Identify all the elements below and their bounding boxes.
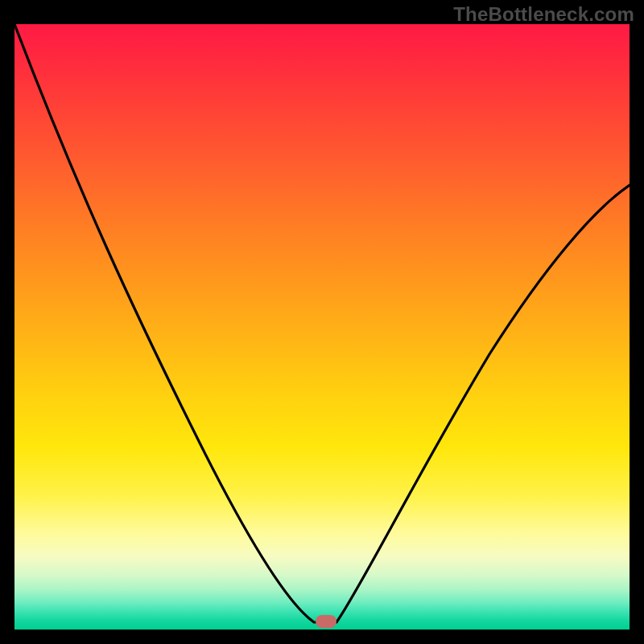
plot-area (14, 24, 630, 630)
curve-path (14, 24, 630, 622)
bottleneck-curve (14, 24, 630, 630)
optimal-marker (316, 615, 336, 628)
chart-frame: TheBottleneck.com (0, 0, 644, 644)
watermark-text: TheBottleneck.com (453, 3, 634, 26)
